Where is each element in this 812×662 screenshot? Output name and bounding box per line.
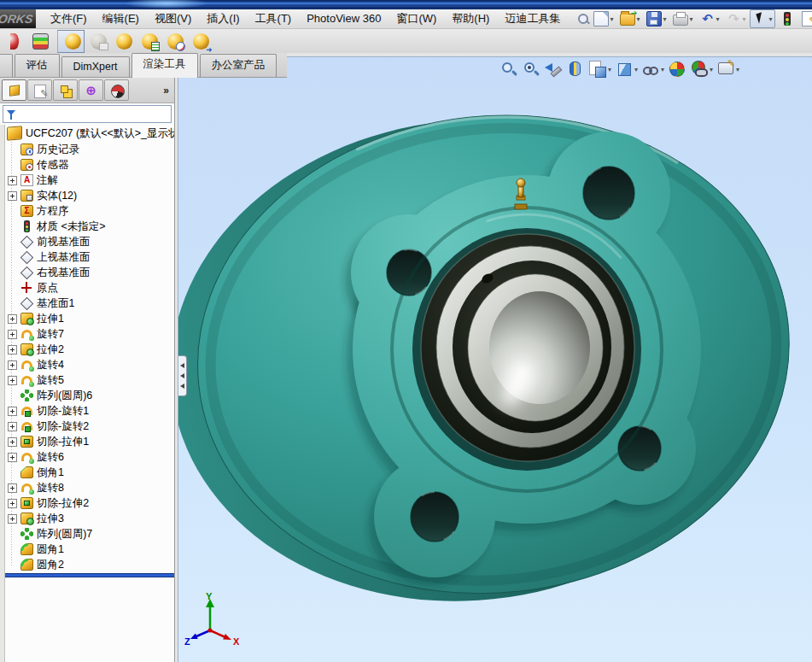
expand-toggle-icon[interactable] — [8, 499, 17, 508]
dropdown-arrow-icon[interactable]: ▾ — [608, 66, 611, 73]
file-properties-button[interactable]: ▾ — [799, 9, 812, 28]
graphics-area[interactable]: ▾ ▾ ▾ ▾ ▾ ▾ — [178, 56, 812, 662]
tree-item[interactable]: 拉伸3 — [0, 511, 174, 526]
zoom-to-fit-button[interactable]: ▾ — [499, 60, 518, 79]
dropdown-arrow-icon[interactable]: ▾ — [634, 66, 638, 73]
tree-item[interactable]: 实体(12) — [0, 188, 174, 203]
dropdown-arrow-icon[interactable]: ▾ — [736, 66, 739, 73]
recall-last-render-button[interactable] — [189, 30, 213, 53]
new-document-button[interactable]: ▾ — [591, 9, 616, 28]
expand-toggle-icon[interactable] — [8, 483, 17, 493]
expand-toggle-icon[interactable] — [8, 191, 17, 201]
tree-item[interactable]: 旋转7 — [0, 326, 174, 342]
command-tab[interactable]: 办公室产品 — [200, 54, 277, 77]
dropdown-arrow-icon[interactable]: ▾ — [742, 15, 745, 23]
tree-item[interactable]: 材质 <未指定> — [0, 219, 174, 234]
menu-item[interactable]: 插入(I) — [199, 9, 247, 28]
view-settings-button[interactable]: ▾ — [690, 60, 713, 79]
propertymanager-tab[interactable] — [27, 79, 52, 101]
configurationmanager-tab[interactable] — [53, 79, 78, 101]
tree-item[interactable]: 方程序 — [0, 203, 174, 219]
tree-item[interactable]: 注解 — [0, 173, 174, 188]
panel-collapse-handle[interactable] — [178, 355, 187, 396]
tree-item[interactable]: 拉伸2 — [0, 342, 174, 357]
display-style-button[interactable]: ▾ — [615, 60, 638, 79]
section-view-button[interactable]: ▾ — [566, 60, 585, 79]
view-orientation-button[interactable]: ▾ — [588, 60, 611, 79]
expand-toggle-icon[interactable] — [8, 437, 17, 447]
dropdown-arrow-icon[interactable]: ▾ — [689, 15, 692, 23]
edit-appearance-button[interactable] — [3, 30, 26, 53]
tree-item[interactable]: 旋转6 — [0, 449, 174, 465]
dropdown-arrow-icon[interactable]: ▾ — [716, 15, 719, 23]
featuremanager-tree-tab[interactable] — [2, 79, 26, 101]
redo-button[interactable]: ▾ — [723, 9, 748, 28]
render-options-button[interactable] — [137, 30, 161, 53]
displaymanager-tab[interactable] — [104, 79, 129, 101]
open-button[interactable]: ▾ — [617, 10, 642, 27]
menu-item[interactable]: 工具(T) — [248, 9, 300, 28]
tree-item[interactable]: 右视基准面 — [0, 265, 174, 280]
tree-item[interactable]: 旋转4 — [0, 357, 174, 372]
previous-view-button[interactable]: ▾ — [544, 60, 563, 79]
expand-toggle-icon[interactable] — [8, 514, 17, 524]
dropdown-arrow-icon[interactable]: ▾ — [663, 15, 666, 23]
expand-toggle-icon[interactable] — [8, 176, 17, 185]
tree-item[interactable]: 圆角1 — [0, 542, 174, 557]
print-button[interactable]: ▾ — [670, 11, 695, 27]
tree-item[interactable]: 倒角1 — [0, 465, 174, 480]
tree-item[interactable]: 切除-旋转1 — [0, 403, 174, 419]
menu-item[interactable]: 帮助(H) — [444, 9, 497, 28]
tree-item[interactable]: 历史记录 — [0, 142, 174, 157]
command-tab[interactable]: 评估 — [15, 54, 60, 77]
tree-item[interactable]: 切除-拉伸2 — [0, 495, 174, 511]
tree-item[interactable]: 圆角2 — [0, 557, 174, 572]
model-ucfc207-bearing-unit[interactable] — [178, 57, 812, 662]
expand-toggle-icon[interactable] — [8, 360, 17, 370]
rollback-bar[interactable] — [0, 573, 174, 577]
tree-item[interactable]: 旋转5 — [0, 372, 174, 388]
dimxpertmanager-tab[interactable] — [79, 79, 103, 101]
apply-scene-button[interactable] — [28, 30, 52, 53]
expand-toggle-icon[interactable] — [8, 453, 17, 462]
apply-scene-button[interactable]: ▾ — [668, 60, 686, 79]
expand-toggle-icon[interactable] — [8, 345, 17, 354]
save-button[interactable]: ▾ — [644, 9, 669, 28]
tree-item[interactable]: 阵列(圆周)7 — [0, 526, 174, 542]
tree-item[interactable]: 旋转8 — [0, 480, 174, 495]
search-icon[interactable] — [576, 12, 590, 26]
expand-toggle-icon[interactable] — [8, 314, 17, 324]
tree-item[interactable]: 拉伸1 — [0, 311, 174, 326]
menu-item[interactable]: 文件(F) — [43, 9, 95, 28]
command-tab[interactable]: DimXpert — [61, 56, 130, 77]
menu-item[interactable]: 编辑(E) — [95, 9, 147, 28]
tree-item[interactable]: 切除-拉伸1 — [0, 434, 174, 449]
schedule-render-button[interactable] — [163, 30, 187, 53]
tree-item[interactable]: 前视基准面 — [0, 234, 174, 249]
expand-toggle-icon[interactable] — [8, 376, 17, 385]
expand-toggle-icon[interactable] — [8, 407, 17, 416]
final-render-button[interactable] — [112, 30, 136, 53]
dropdown-arrow-icon[interactable]: ▾ — [661, 66, 664, 73]
rebuild-traffic-light-button[interactable]: ▾ — [777, 9, 797, 28]
preview-window-button[interactable] — [86, 30, 110, 53]
expand-toggle-icon[interactable] — [8, 330, 17, 339]
menu-item[interactable]: 视图(V) — [147, 9, 199, 28]
tree-item[interactable]: 阵列(圆周)6 — [0, 388, 174, 403]
undo-button[interactable]: ▾ — [697, 9, 721, 28]
tree-item[interactable]: 基准面1 — [0, 296, 174, 311]
tree-item[interactable]: 原点 — [0, 280, 174, 296]
panel-tabs-overflow-button[interactable]: » — [160, 85, 172, 97]
dropdown-arrow-icon[interactable]: ▾ — [710, 66, 713, 73]
tree-item[interactable]: 上视基准面 — [0, 249, 174, 265]
expand-toggle-icon[interactable] — [8, 422, 17, 431]
command-tab[interactable]: 渲染工具 — [131, 53, 198, 78]
tree-filter-field[interactable] — [3, 105, 172, 123]
menu-item[interactable]: 窗口(W) — [388, 9, 444, 28]
zoom-to-area-button[interactable]: ▾ — [522, 60, 540, 79]
hide-show-items-button[interactable]: ▾ — [641, 60, 664, 79]
command-tab[interactable]: 图 — [0, 54, 13, 77]
menu-item[interactable]: 迈迪工具集 — [497, 9, 568, 28]
edit-appearance-button[interactable]: ▾ — [716, 60, 739, 79]
dropdown-arrow-icon[interactable]: ▾ — [610, 15, 613, 23]
